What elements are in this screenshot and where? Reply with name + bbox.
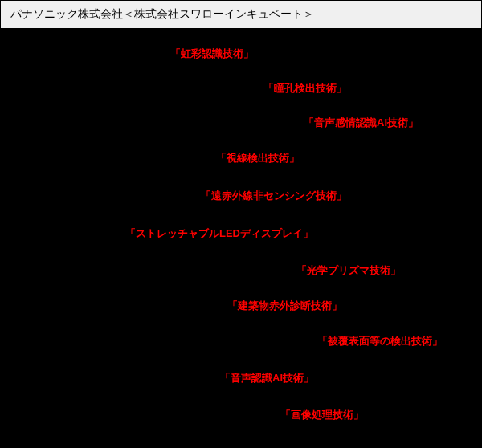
tech-label: 画像処理技術 bbox=[291, 409, 353, 421]
company-header: パナソニック株式会社＜株式会社スワローインキュベート＞ bbox=[0, 0, 482, 29]
tech-item: 「音声感情認識AI技術」 bbox=[304, 116, 419, 130]
tech-label: 瞳孔検出技術 bbox=[274, 82, 337, 94]
tech-item: 「画像処理技術」 bbox=[280, 408, 364, 422]
tech-label: 光学プリズマ技術 bbox=[307, 264, 390, 276]
tech-item: 「光学プリズマ技術」 bbox=[296, 263, 401, 278]
tech-item: 「ストレッチャブルLEDディスプレイ」 bbox=[125, 226, 313, 241]
tech-item: 「建築物赤外診断技術」 bbox=[227, 299, 342, 313]
tech-item: 「視線検出技術」 bbox=[216, 151, 300, 165]
tech-label: 視線検出技術 bbox=[227, 152, 289, 164]
tech-label: 音声感情認識AI技術 bbox=[314, 116, 408, 128]
tech-item: 「瞳孔検出技術」 bbox=[263, 81, 347, 96]
tech-item: 「被覆表面等の検出技術」 bbox=[317, 334, 443, 348]
company-title: パナソニック株式会社＜株式会社スワローインキュベート＞ bbox=[10, 7, 314, 20]
tech-label: 音声認識AI技術 bbox=[231, 372, 304, 384]
tech-item: 「虹彩認識技術」 bbox=[170, 47, 254, 61]
tech-item: 「遠赤外線非センシング技術」 bbox=[201, 189, 347, 203]
tech-label: 遠赤外線非センシング技術 bbox=[211, 189, 337, 202]
tech-label: 建築物赤外診断技術 bbox=[238, 299, 332, 312]
tech-item: 「音声認識AI技術」 bbox=[220, 371, 314, 385]
tech-label: ストレッチャブルLEDディスプレイ bbox=[136, 227, 303, 239]
tech-label: 虹彩認識技術 bbox=[181, 47, 243, 59]
tech-label: 被覆表面等の検出技術 bbox=[328, 335, 432, 347]
